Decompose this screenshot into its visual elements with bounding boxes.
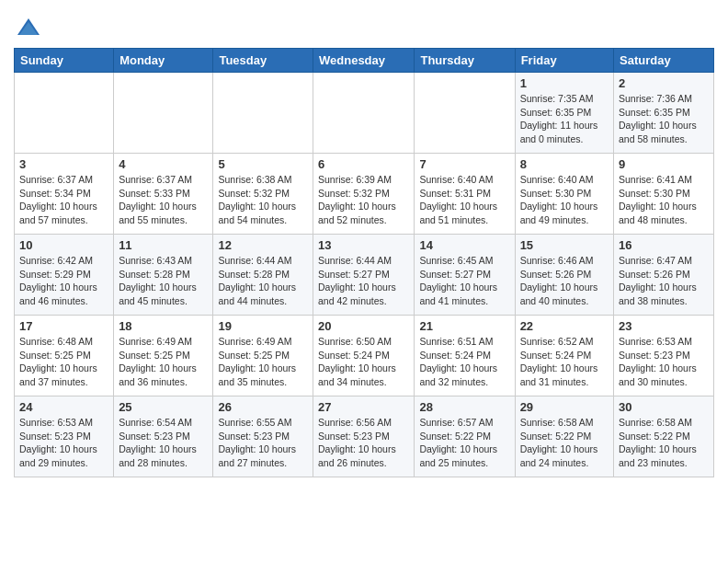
day-number: 14	[419, 238, 509, 252]
day-number: 26	[218, 400, 308, 414]
day-number: 4	[119, 157, 208, 171]
page: SundayMondayTuesdayWednesdayThursdayFrid…	[0, 0, 728, 491]
day-number: 13	[318, 238, 409, 252]
day-number: 12	[218, 238, 308, 252]
calendar-cell	[313, 73, 415, 154]
day-number: 27	[318, 400, 409, 414]
weekday-header-thursday: Thursday	[415, 49, 515, 73]
weekday-header-saturday: Saturday	[614, 49, 714, 73]
day-info: Sunrise: 7:35 AM Sunset: 6:35 PM Dayligh…	[520, 92, 609, 146]
day-info: Sunrise: 6:55 AM Sunset: 5:23 PM Dayligh…	[218, 416, 308, 470]
calendar-cell: 4Sunrise: 6:37 AM Sunset: 5:33 PM Daylig…	[114, 154, 213, 235]
day-number: 7	[419, 157, 509, 171]
day-number: 6	[318, 157, 409, 171]
day-number: 17	[19, 319, 108, 333]
calendar-cell: 23Sunrise: 6:53 AM Sunset: 5:23 PM Dayli…	[614, 316, 714, 396]
day-info: Sunrise: 6:58 AM Sunset: 5:22 PM Dayligh…	[619, 416, 709, 470]
calendar-cell: 20Sunrise: 6:50 AM Sunset: 5:24 PM Dayli…	[313, 316, 415, 396]
day-number: 19	[218, 319, 308, 333]
day-info: Sunrise: 6:46 AM Sunset: 5:26 PM Dayligh…	[520, 254, 609, 308]
calendar-cell: 5Sunrise: 6:38 AM Sunset: 5:32 PM Daylig…	[213, 154, 313, 235]
day-info: Sunrise: 6:40 AM Sunset: 5:31 PM Dayligh…	[419, 173, 509, 227]
day-info: Sunrise: 6:45 AM Sunset: 5:27 PM Dayligh…	[419, 254, 509, 308]
day-number: 1	[520, 76, 609, 90]
calendar-cell: 9Sunrise: 6:41 AM Sunset: 5:30 PM Daylig…	[614, 154, 714, 235]
calendar-cell: 13Sunrise: 6:44 AM Sunset: 5:27 PM Dayli…	[313, 235, 415, 316]
calendar-table: SundayMondayTuesdayWednesdayThursdayFrid…	[14, 48, 714, 477]
calendar-week-row: 17Sunrise: 6:48 AM Sunset: 5:25 PM Dayli…	[15, 316, 714, 396]
day-number: 8	[520, 157, 609, 171]
day-info: Sunrise: 6:58 AM Sunset: 5:22 PM Dayligh…	[520, 416, 609, 470]
weekday-header-monday: Monday	[114, 49, 213, 73]
calendar-cell: 19Sunrise: 6:49 AM Sunset: 5:25 PM Dayli…	[213, 316, 313, 396]
calendar-cell	[415, 73, 515, 154]
weekday-header-tuesday: Tuesday	[213, 49, 313, 73]
day-info: Sunrise: 6:49 AM Sunset: 5:25 PM Dayligh…	[218, 335, 308, 389]
day-info: Sunrise: 6:53 AM Sunset: 5:23 PM Dayligh…	[619, 335, 709, 389]
calendar-cell: 25Sunrise: 6:54 AM Sunset: 5:23 PM Dayli…	[114, 396, 213, 477]
day-number: 25	[119, 400, 208, 414]
day-info: Sunrise: 6:40 AM Sunset: 5:30 PM Dayligh…	[520, 173, 609, 227]
day-info: Sunrise: 6:47 AM Sunset: 5:26 PM Dayligh…	[619, 254, 709, 308]
calendar-cell: 27Sunrise: 6:56 AM Sunset: 5:23 PM Dayli…	[313, 396, 415, 477]
day-number: 24	[19, 400, 108, 414]
day-number: 21	[419, 319, 509, 333]
calendar-cell: 7Sunrise: 6:40 AM Sunset: 5:31 PM Daylig…	[415, 154, 515, 235]
day-number: 29	[520, 400, 609, 414]
day-info: Sunrise: 6:57 AM Sunset: 5:22 PM Dayligh…	[419, 416, 509, 470]
day-info: Sunrise: 6:56 AM Sunset: 5:23 PM Dayligh…	[318, 416, 409, 470]
calendar-cell: 2Sunrise: 7:36 AM Sunset: 6:35 PM Daylig…	[614, 73, 714, 154]
logo	[14, 15, 41, 40]
calendar-cell: 6Sunrise: 6:39 AM Sunset: 5:32 PM Daylig…	[313, 154, 415, 235]
calendar-week-row: 24Sunrise: 6:53 AM Sunset: 5:23 PM Dayli…	[15, 396, 714, 477]
calendar-cell: 1Sunrise: 7:35 AM Sunset: 6:35 PM Daylig…	[515, 73, 613, 154]
day-info: Sunrise: 6:37 AM Sunset: 5:33 PM Dayligh…	[119, 173, 208, 227]
logo-icon	[16, 15, 41, 40]
day-number: 23	[619, 319, 709, 333]
calendar-cell: 11Sunrise: 6:43 AM Sunset: 5:28 PM Dayli…	[114, 235, 213, 316]
calendar-cell: 24Sunrise: 6:53 AM Sunset: 5:23 PM Dayli…	[15, 396, 114, 477]
day-info: Sunrise: 7:36 AM Sunset: 6:35 PM Dayligh…	[619, 92, 709, 146]
weekday-header-wednesday: Wednesday	[313, 49, 415, 73]
day-info: Sunrise: 6:51 AM Sunset: 5:24 PM Dayligh…	[419, 335, 509, 389]
day-info: Sunrise: 6:48 AM Sunset: 5:25 PM Dayligh…	[19, 335, 108, 389]
day-info: Sunrise: 6:39 AM Sunset: 5:32 PM Dayligh…	[318, 173, 409, 227]
day-number: 11	[119, 238, 208, 252]
day-info: Sunrise: 6:41 AM Sunset: 5:30 PM Dayligh…	[619, 173, 709, 227]
day-number: 30	[619, 400, 709, 414]
day-info: Sunrise: 6:52 AM Sunset: 5:24 PM Dayligh…	[520, 335, 609, 389]
calendar-cell: 18Sunrise: 6:49 AM Sunset: 5:25 PM Dayli…	[114, 316, 213, 396]
calendar-week-row: 3Sunrise: 6:37 AM Sunset: 5:34 PM Daylig…	[15, 154, 714, 235]
day-info: Sunrise: 6:42 AM Sunset: 5:29 PM Dayligh…	[19, 254, 108, 308]
calendar-cell: 12Sunrise: 6:44 AM Sunset: 5:28 PM Dayli…	[213, 235, 313, 316]
day-info: Sunrise: 6:49 AM Sunset: 5:25 PM Dayligh…	[119, 335, 208, 389]
calendar-cell: 14Sunrise: 6:45 AM Sunset: 5:27 PM Dayli…	[415, 235, 515, 316]
calendar-cell: 30Sunrise: 6:58 AM Sunset: 5:22 PM Dayli…	[614, 396, 714, 477]
weekday-header-friday: Friday	[515, 49, 613, 73]
header	[14, 9, 714, 40]
day-info: Sunrise: 6:53 AM Sunset: 5:23 PM Dayligh…	[19, 416, 108, 470]
calendar-cell: 26Sunrise: 6:55 AM Sunset: 5:23 PM Dayli…	[213, 396, 313, 477]
calendar-cell: 21Sunrise: 6:51 AM Sunset: 5:24 PM Dayli…	[415, 316, 515, 396]
day-number: 5	[218, 157, 308, 171]
calendar-cell: 15Sunrise: 6:46 AM Sunset: 5:26 PM Dayli…	[515, 235, 613, 316]
calendar-cell: 16Sunrise: 6:47 AM Sunset: 5:26 PM Dayli…	[614, 235, 714, 316]
day-number: 22	[520, 319, 609, 333]
day-number: 16	[619, 238, 709, 252]
calendar-cell	[114, 73, 213, 154]
day-number: 2	[619, 76, 709, 90]
weekday-header-sunday: Sunday	[15, 49, 114, 73]
calendar-cell	[15, 73, 114, 154]
calendar-cell: 8Sunrise: 6:40 AM Sunset: 5:30 PM Daylig…	[515, 154, 613, 235]
day-info: Sunrise: 6:54 AM Sunset: 5:23 PM Dayligh…	[119, 416, 208, 470]
day-info: Sunrise: 6:50 AM Sunset: 5:24 PM Dayligh…	[318, 335, 409, 389]
calendar-cell: 29Sunrise: 6:58 AM Sunset: 5:22 PM Dayli…	[515, 396, 613, 477]
calendar-cell: 10Sunrise: 6:42 AM Sunset: 5:29 PM Dayli…	[15, 235, 114, 316]
day-number: 9	[619, 157, 709, 171]
day-info: Sunrise: 6:37 AM Sunset: 5:34 PM Dayligh…	[19, 173, 108, 227]
calendar-cell	[213, 73, 313, 154]
calendar-week-row: 10Sunrise: 6:42 AM Sunset: 5:29 PM Dayli…	[15, 235, 714, 316]
calendar-cell: 28Sunrise: 6:57 AM Sunset: 5:22 PM Dayli…	[415, 396, 515, 477]
calendar-week-row: 1Sunrise: 7:35 AM Sunset: 6:35 PM Daylig…	[15, 73, 714, 154]
day-info: Sunrise: 6:43 AM Sunset: 5:28 PM Dayligh…	[119, 254, 208, 308]
